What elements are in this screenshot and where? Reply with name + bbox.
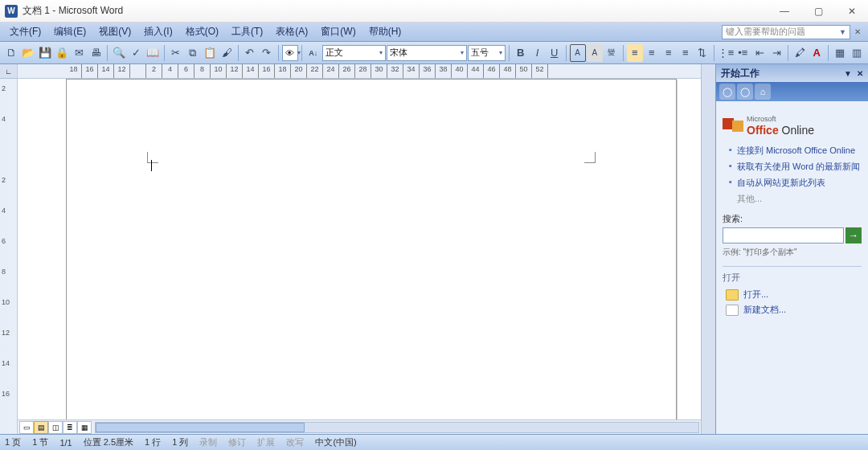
- numbering-icon[interactable]: ⋮≡: [718, 44, 735, 62]
- spelling-icon[interactable]: ✓: [128, 44, 144, 62]
- menu-edit[interactable]: 编辑(E): [47, 23, 92, 40]
- taskpane-header: 开始工作 ▼ ✕: [716, 64, 868, 82]
- status-ovr[interactable]: 改写: [286, 436, 304, 448]
- search-go-button[interactable]: →: [845, 227, 862, 243]
- italic-icon[interactable]: I: [530, 44, 546, 62]
- link-more[interactable]: 其他...: [737, 193, 862, 205]
- link-connect-online[interactable]: ▪连接到 Microsoft Office Online: [729, 145, 862, 157]
- paste-icon[interactable]: 📋: [202, 44, 218, 62]
- open-icon[interactable]: 📂: [20, 44, 36, 62]
- menu-view[interactable]: 视图(V): [92, 23, 137, 40]
- align-left-icon[interactable]: ≡: [627, 44, 643, 62]
- phonetic-icon[interactable]: 變: [604, 44, 620, 62]
- underline-icon[interactable]: U: [547, 44, 563, 62]
- highlight-icon[interactable]: 🖍: [792, 44, 808, 62]
- undo-icon[interactable]: ↶: [242, 44, 258, 62]
- char-border-icon[interactable]: A: [570, 44, 586, 62]
- menu-tools[interactable]: 工具(T): [225, 23, 269, 40]
- help-search-box[interactable]: 键入需要帮助的问题 ▼: [722, 25, 850, 39]
- nav-forward-icon[interactable]: ◯: [737, 84, 753, 100]
- link-auto-update[interactable]: ▪自动从网站更新此列表: [729, 177, 862, 189]
- nav-home-icon[interactable]: ⌂: [755, 84, 771, 100]
- minimize-button[interactable]: —: [773, 3, 796, 19]
- print-icon[interactable]: 🖶: [88, 44, 104, 62]
- bold-icon[interactable]: B: [513, 44, 529, 62]
- font-color-icon[interactable]: A: [809, 44, 825, 62]
- ruler-tick: 52: [532, 64, 548, 79]
- menu-window[interactable]: 窗口(W): [314, 23, 362, 40]
- permission-icon[interactable]: 🔒: [54, 44, 70, 62]
- vertical-scrollbar[interactable]: [701, 64, 715, 434]
- ruler-tick: 14: [98, 64, 114, 79]
- align-justify-icon[interactable]: ≡: [678, 44, 694, 62]
- ruler-tick: 12: [114, 64, 130, 79]
- status-section: 1 节: [32, 436, 48, 448]
- text-cursor: [151, 160, 152, 171]
- menu-format[interactable]: 格式(O): [179, 23, 225, 40]
- taskpane-close-icon[interactable]: ✕: [857, 69, 863, 78]
- new-doc-icon[interactable]: 🗋: [3, 44, 19, 62]
- open-file-action[interactable]: 打开...: [726, 288, 862, 301]
- char-shading-icon[interactable]: A: [587, 44, 603, 62]
- doc-close-button[interactable]: ✕: [850, 24, 865, 40]
- search-input[interactable]: [723, 227, 844, 243]
- menu-table[interactable]: 表格(A): [269, 23, 314, 40]
- increase-indent-icon[interactable]: ⇥: [768, 44, 784, 62]
- research-icon[interactable]: 📖: [145, 44, 161, 62]
- close-button[interactable]: ✕: [841, 3, 863, 19]
- status-rec[interactable]: 录制: [199, 436, 217, 448]
- size-combo[interactable]: 五号▾: [468, 45, 505, 61]
- ruler-tick: 44: [468, 64, 484, 79]
- nav-back-icon[interactable]: ◯: [719, 84, 735, 100]
- email-icon[interactable]: ✉: [71, 44, 87, 62]
- ruler-tick: 4: [2, 207, 6, 215]
- cut-icon[interactable]: ✂: [168, 44, 184, 62]
- scrollbar-thumb[interactable]: [96, 423, 305, 432]
- menu-help[interactable]: 帮助(H): [362, 23, 408, 40]
- columns-icon[interactable]: ▥: [849, 44, 865, 62]
- format-painter-icon[interactable]: 🖌: [219, 44, 235, 62]
- separator: [623, 45, 624, 61]
- taskpane-dropdown-icon[interactable]: ▼: [844, 69, 852, 78]
- insert-table-icon[interactable]: ▦: [832, 44, 848, 62]
- vertical-ruler[interactable]: ∟ 24246810121416: [0, 64, 18, 434]
- reading-view-button[interactable]: ▦: [77, 421, 92, 434]
- maximize-button[interactable]: ▢: [807, 3, 829, 19]
- redo-icon[interactable]: ↷: [259, 44, 275, 62]
- print-preview-icon[interactable]: 🔍: [111, 44, 127, 62]
- status-col: 1 列: [172, 436, 188, 448]
- status-language[interactable]: 中文(中国): [315, 436, 356, 448]
- search-example: 示例: "打印多个副本": [723, 247, 862, 258]
- outline-view-button[interactable]: ≣: [63, 421, 77, 434]
- link-word-news[interactable]: ▪获取有关使用 Word 的最新新闻: [729, 161, 862, 173]
- normal-view-button[interactable]: ▭: [19, 421, 34, 434]
- horizontal-ruler[interactable]: 1816141224681012141618202224262830323436…: [18, 64, 701, 79]
- align-right-icon[interactable]: ≡: [661, 44, 677, 62]
- decrease-indent-icon[interactable]: ⇤: [751, 44, 768, 62]
- status-trk[interactable]: 修订: [228, 436, 246, 448]
- print-layout-view-button[interactable]: ▤: [34, 421, 48, 434]
- horizontal-scrollbar[interactable]: [95, 422, 699, 433]
- line-spacing-icon[interactable]: ⇅: [694, 44, 710, 62]
- font-combo[interactable]: 宋体▾: [387, 45, 468, 61]
- document-icon: [726, 305, 739, 316]
- page[interactable]: [66, 79, 677, 419]
- menu-file[interactable]: 文件(F): [3, 23, 47, 40]
- menu-insert[interactable]: 插入(I): [137, 23, 178, 40]
- style-icon[interactable]: A↓: [305, 44, 321, 62]
- ruler-tick: 4: [162, 64, 178, 79]
- document-canvas[interactable]: [18, 79, 701, 419]
- open-section-title: 打开: [723, 272, 862, 284]
- style-combo[interactable]: 正文▾: [322, 45, 386, 61]
- status-ext[interactable]: 扩展: [257, 436, 275, 448]
- status-page: 1 页: [5, 436, 21, 448]
- new-doc-action[interactable]: 新建文档...: [726, 304, 862, 316]
- align-center-icon[interactable]: ≡: [644, 44, 660, 62]
- web-layout-view-button[interactable]: ◫: [48, 421, 63, 434]
- ruler-tick: 6: [2, 237, 6, 245]
- ruler-tick: 14: [243, 64, 259, 79]
- read-button[interactable]: 👁▾: [282, 45, 298, 61]
- copy-icon[interactable]: ⧉: [185, 44, 201, 62]
- save-icon[interactable]: 💾: [37, 44, 53, 62]
- bullets-icon[interactable]: •≡: [735, 44, 751, 62]
